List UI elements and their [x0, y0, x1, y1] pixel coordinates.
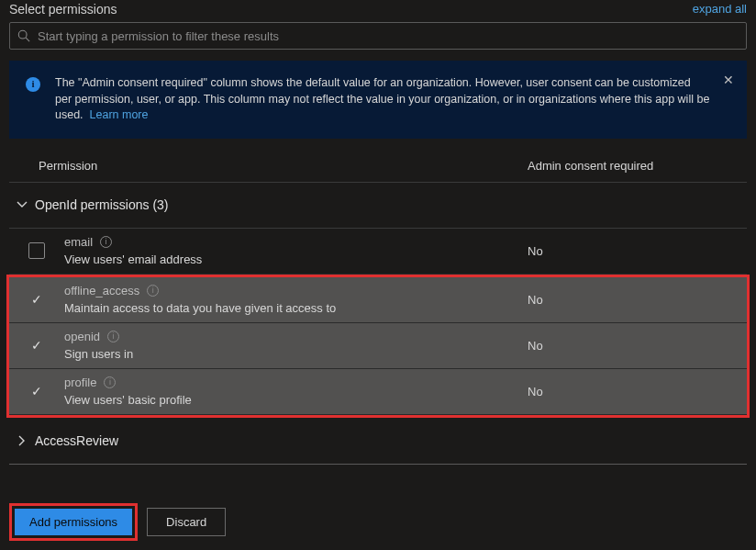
group-label: AccessReview: [35, 433, 118, 448]
permission-name: profile: [64, 374, 96, 392]
page-title: Select permissions: [9, 2, 117, 17]
permission-admin: No: [528, 339, 543, 353]
expand-all-link[interactable]: expand all: [693, 2, 747, 16]
info-icon[interactable]: i: [107, 331, 119, 342]
permission-desc: Sign users in: [64, 345, 528, 364]
info-icon[interactable]: i: [147, 285, 159, 297]
svg-line-1: [26, 38, 29, 41]
permission-desc: View users' email address: [64, 251, 528, 269]
svg-point-0: [18, 30, 27, 39]
highlighted-permissions: ✓ offline_access i Maintain access to da…: [6, 275, 750, 418]
divider: [9, 464, 747, 465]
permission-row-profile[interactable]: ✓ profile i View users' basic profile No: [9, 369, 747, 415]
group-accessreview[interactable]: AccessReview: [9, 418, 747, 464]
group-openid-permissions[interactable]: OpenId permissions (3): [9, 183, 747, 229]
permission-desc: View users' basic profile: [64, 391, 528, 410]
info-text: The "Admin consent required" column show…: [55, 76, 709, 121]
checkbox-checked-icon[interactable]: ✓: [31, 338, 42, 353]
learn-more-link[interactable]: Learn more: [90, 108, 149, 121]
group-label: OpenId permissions (3): [35, 197, 169, 212]
search-input[interactable]: [38, 29, 739, 43]
permission-row-openid[interactable]: ✓ openid i Sign users in No: [9, 323, 747, 369]
permission-name: openid: [64, 328, 100, 346]
info-icon[interactable]: i: [100, 236, 112, 248]
add-permissions-highlight: Add permissions: [9, 503, 138, 541]
search-box[interactable]: [9, 22, 747, 50]
discard-button[interactable]: Discard: [147, 508, 226, 536]
chevron-right-icon: [17, 435, 28, 446]
permission-desc: Maintain access to data you have given i…: [64, 299, 528, 318]
permission-row-offline-access[interactable]: ✓ offline_access i Maintain access to da…: [9, 277, 747, 323]
info-icon: i: [26, 77, 40, 92]
search-icon: [17, 29, 30, 42]
permission-name: email: [64, 233, 93, 252]
permission-name: offline_access: [64, 282, 139, 300]
checkbox-checked-icon[interactable]: ✓: [31, 292, 42, 307]
chevron-down-icon: [17, 199, 28, 210]
column-header-admin: Admin consent required: [528, 159, 747, 173]
info-banner: i ✕ The "Admin consent required" column …: [9, 61, 747, 139]
column-header-permission: Permission: [9, 159, 528, 173]
checkbox-unchecked[interactable]: [28, 242, 45, 259]
permission-admin: No: [528, 293, 543, 307]
close-icon[interactable]: ✕: [723, 72, 734, 90]
checkbox-checked-icon[interactable]: ✓: [31, 384, 42, 398]
add-permissions-button[interactable]: Add permissions: [15, 509, 132, 535]
permission-admin: No: [528, 244, 543, 258]
info-icon[interactable]: i: [104, 376, 116, 388]
permission-admin: No: [528, 385, 543, 398]
permission-row-email[interactable]: email i View users' email address No: [9, 229, 747, 275]
